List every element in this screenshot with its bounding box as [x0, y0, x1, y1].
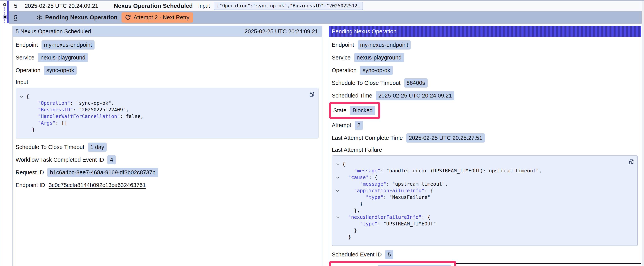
- code-text: "type": "NexusFailure": [342, 194, 430, 201]
- code-line: "message": "handler error (UPSTREAM_TIME…: [336, 167, 626, 174]
- gutter-spacer: [20, 126, 26, 133]
- collapse-toggle[interactable]: [336, 174, 342, 181]
- field-endpoint-id: Endpoint ID3c0c75ccfa8144b092c13ce632463…: [16, 179, 318, 191]
- field-label: Endpoint: [332, 42, 354, 48]
- field-schedule-to-close-timeout: Schedule To Close Timeout86400s: [332, 77, 638, 89]
- timeline-node-selected-icon[interactable]: [4, 16, 6, 18]
- field-attempt: Attempt2: [332, 119, 638, 132]
- code-line: "cause": {: [336, 174, 626, 181]
- scheduled-panel-header: 5 Nexus Operation Scheduled 2025-02-25 U…: [13, 26, 322, 37]
- field-label: Scheduled Event ID: [332, 251, 382, 258]
- collapse-toggle[interactable]: [336, 161, 342, 167]
- field-label: Service: [16, 54, 34, 61]
- gutter-spacer: [336, 207, 342, 214]
- copy-button[interactable]: [308, 91, 315, 98]
- window-left-border: [0, 0, 0, 266]
- pending-asterisk-icon: [36, 14, 42, 21]
- event-row-scheduled[interactable]: 5 2025-02-25 UTC 20:24:09.21 Nexus Opera…: [9, 1, 642, 11]
- attempt-retry-badge: Attempt 2 · Next Retry: [122, 12, 193, 23]
- code-text: },: [342, 207, 360, 214]
- collapse-toggle[interactable]: [20, 93, 26, 100]
- field-request-id: Request IDb1c6a4bc-8ee7-468a-9169-df3b02…: [16, 166, 318, 179]
- field-label: Service: [332, 54, 351, 61]
- gutter-spacer: [336, 167, 342, 174]
- code-text: "Operation": "sync-op-ok",: [26, 100, 114, 107]
- code-text: "message": "upstream timeout",: [342, 181, 448, 187]
- event-id-link[interactable]: 5: [14, 14, 17, 21]
- event-name: Nexus Operation Scheduled: [114, 3, 193, 9]
- field-label: Last Attempt Complete Time: [332, 135, 403, 141]
- code-text: }: [26, 126, 35, 133]
- gutter-spacer: [336, 234, 342, 240]
- field-label: Schedule To Close Timeout: [16, 144, 84, 150]
- event-row-pending[interactable]: 5 Pending Nexus Operation Attempt 2 · Ne…: [9, 11, 642, 24]
- annotation-highlight: StateBlocked: [329, 102, 380, 119]
- field-value-badge: 4: [108, 155, 116, 164]
- code-text: }: [342, 227, 357, 234]
- code-line: "applicationFailureInfo": {: [336, 187, 626, 194]
- gutter-spacer: [20, 100, 26, 107]
- field-label: Operation: [332, 67, 356, 74]
- event-detail-label: Input: [198, 3, 210, 9]
- field-value-badge: my-nexus-endpoint: [358, 40, 411, 50]
- timeline-dashed-line: [4, 7, 5, 24]
- field-value-badge: The circuit breaker is open.: [378, 265, 451, 266]
- code-line: {: [20, 93, 306, 100]
- field-last-attempt-complete-time: Last Attempt Complete Time2025-02-25 UTC…: [332, 132, 638, 144]
- event-input-preview: {"Operation":"sync-op-ok","BusinessID":"…: [214, 2, 363, 10]
- code-line: "message": "upstream timeout",: [336, 181, 626, 187]
- field-input: Input{ "Operation": "sync-op-ok", "Busin…: [16, 79, 318, 138]
- gutter-spacer: [336, 227, 342, 234]
- scheduled-panel-body: Endpointmy-nexus-endpointServicenexus-pl…: [13, 37, 322, 191]
- event-id-link[interactable]: 5: [14, 3, 17, 9]
- pending-panel-header: Pending Nexus Operation: [329, 26, 641, 37]
- code-text: "type": "UPSTREAM_TIMEOUT": [342, 220, 436, 227]
- field-service: Servicenexus-playground: [332, 51, 638, 64]
- event-timestamp: 2025-02-25 UTC 20:24:09.21: [25, 3, 98, 9]
- pending-event-name: Pending Nexus Operation: [45, 14, 118, 21]
- field-label: Scheduled Time: [332, 92, 372, 99]
- vertical-scrollbar[interactable]: [642, 1, 644, 266]
- copy-icon: [308, 91, 315, 98]
- code-text: }: [342, 201, 363, 207]
- code-line: "nexusHandlerFailureInfo": {: [336, 214, 626, 220]
- input-code-block: { "Operation": "sync-op-ok", "BusinessID…: [16, 88, 318, 138]
- code-line: "Args": []: [20, 120, 306, 126]
- chevron-down-icon: [336, 175, 340, 180]
- field-value-badge: 86400s: [404, 78, 428, 88]
- field-endpoint: Endpointmy-nexus-endpoint: [16, 39, 318, 51]
- timeline-node-open-icon[interactable]: [3, 3, 6, 6]
- retry-icon: [125, 15, 131, 20]
- field-value-badge: b1c6a4bc-8ee7-468a-9169-df3b02c8737b: [47, 168, 158, 177]
- pending-operation-panel: Pending Nexus Operation Endpointmy-nexus…: [329, 26, 641, 266]
- code-text: {: [26, 93, 29, 100]
- code-text: }: [342, 234, 351, 240]
- field-label: Endpoint: [16, 42, 38, 48]
- collapse-toggle[interactable]: [336, 187, 342, 194]
- gutter-spacer: [20, 107, 26, 113]
- field-last-attempt-failure: Last Attempt Failure{ "message": "handle…: [332, 147, 638, 246]
- field-schedule-to-close-timeout: Schedule To Close Timeout1 day: [16, 141, 318, 153]
- copy-icon: [628, 159, 634, 165]
- field-label: Attempt: [332, 122, 351, 129]
- collapse-toggle[interactable]: [336, 214, 342, 220]
- field-value-badge: nexus-playground: [38, 53, 88, 62]
- field-value-link[interactable]: 3c0c75ccfa8144b092c13ce632463761: [49, 182, 146, 188]
- copy-button[interactable]: [628, 159, 634, 165]
- chevron-down-icon: [336, 215, 340, 219]
- scheduled-panel-title: 5 Nexus Operation Scheduled: [16, 28, 91, 35]
- gutter-spacer: [336, 201, 342, 207]
- code-line: "HandlerWaitForCancellation": false,: [20, 113, 306, 120]
- field-value-badge: sync-op-ok: [44, 66, 76, 75]
- field-label: Endpoint ID: [16, 182, 45, 188]
- code-text: "nexusHandlerFailureInfo": {: [342, 214, 430, 220]
- last-attempt-failure-code-block: { "message": "handler error (UPSTREAM_TI…: [332, 155, 638, 246]
- field-label: Last Attempt Failure: [332, 147, 638, 153]
- timeline-active-bar: [7, 1, 8, 24]
- field-value-badge: nexus-playground: [354, 53, 404, 62]
- field-value-badge: sync-op-ok: [360, 66, 393, 75]
- code-text: "BusinessID": "20250225122409",: [26, 107, 129, 113]
- field-value-badge: 5: [385, 250, 393, 259]
- gutter-spacer: [336, 181, 342, 187]
- pending-panel-title: Pending Nexus Operation: [332, 28, 396, 35]
